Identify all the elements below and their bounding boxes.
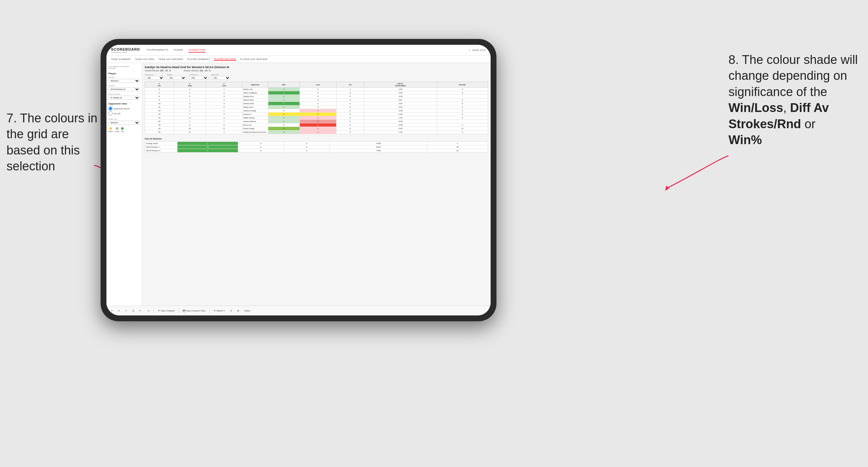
legend-dot-level: [116, 127, 118, 130]
legend-label-level: Level: [115, 130, 119, 132]
sidebar-opponent-view-title: Opponent view: [108, 102, 140, 105]
filter-opponents-label: Opponents:: [145, 74, 164, 75]
sidebar-division-field: Division NCAA Division III: [108, 85, 140, 91]
table-row: 1585 Stella Cheng 1 1 0 1.25 4: [145, 116, 488, 120]
toolbar-back[interactable]: ↩: [124, 309, 128, 313]
th-loss: Loss: [300, 82, 336, 88]
nav-tournaments[interactable]: TOURNAMENTS: [146, 48, 168, 53]
table-row: 1474 Eunice Yi 2 2 0 0.38 9: [145, 113, 488, 116]
sidebar-colour-label: Colour by: [108, 118, 140, 120]
toolbar-redo[interactable]: ↻: [117, 309, 121, 313]
sidebar-gender-select[interactable]: Women's: [108, 79, 140, 83]
toolbar-sep-2: [179, 309, 179, 313]
toolbar-undo[interactable]: ↩: [110, 309, 114, 313]
sidebar-timestamp: Last Updated: 27/03/2024 16:55:38: [108, 66, 140, 69]
sidebar-opponents-played-radio[interactable]: [108, 106, 113, 111]
table-row: 1822 Euna Lee 0 1 0 -5.00 2: [145, 123, 488, 127]
out-of-division-title: Out of division: [145, 137, 488, 140]
out-of-division-table: Foreign Team 1 0 0 4.500 2 NAIA Division…: [145, 142, 488, 153]
filter-conference-group: Conference (All): [189, 74, 208, 80]
toolbar-grid[interactable]: ⊞: [236, 309, 241, 313]
view-icon: 👁: [158, 310, 160, 312]
sub-nav-team-summary[interactable]: TEAM SUMMARY: [111, 58, 131, 60]
nav-links: TOURNAMENTS TEAMS COMMITTEE: [146, 48, 469, 53]
table-row: Foreign Team 1 0 0 4.500 2: [145, 142, 488, 145]
bottom-toolbar: ↩ ↻ ↩ ⧉ ↻ · ⊙ 👁 View: Original 💾 Save Cu…: [106, 306, 491, 315]
sidebar-division-select[interactable]: NCAA Division III: [108, 87, 140, 91]
table-area: Katelyn Vo Head-to-Head Grid for Women's…: [142, 63, 491, 306]
filter-row: Opponents: (All) Region (All) Conference: [145, 74, 488, 80]
main-data-table: #Div #Reg #Conf Opponent Win Loss Tie Di…: [145, 82, 488, 134]
table-row: 20117 Federica Domecq Lacroze 2 1 0 1.33…: [145, 130, 488, 134]
nav-committee[interactable]: COMMITTEE: [188, 48, 206, 53]
sub-nav-player-h2h-grid[interactable]: PLAYER H2H GRID: [214, 58, 236, 61]
nav-teams[interactable]: TEAMS: [174, 48, 183, 53]
th-win: Win: [268, 82, 300, 88]
toolbar-refresh[interactable]: ↻ ·: [138, 309, 144, 313]
toolbar-screen[interactable]: ⊡: [229, 309, 233, 313]
save-icon: 💾: [183, 310, 186, 312]
sidebar-division-label: Division: [108, 85, 140, 87]
table-row: 19106 Emily Chang 4 1 0 0.30 11: [145, 127, 488, 130]
th-conf: #Conf: [206, 82, 242, 88]
toolbar-save-custom[interactable]: 💾 Save Custom View: [181, 309, 207, 313]
svg-marker-0: [665, 186, 670, 191]
sidebar-player-title: Player: [108, 72, 140, 75]
table-row: 522 Alexis Sudjianto 1 0 0 4.00 3: [145, 91, 488, 95]
logo-area: SCOREBOARD Powered by clippd: [111, 48, 140, 53]
tablet-screen: SCOREBOARD Powered by clippd TOURNAMENTS…: [106, 45, 491, 315]
th-opponent: Opponent: [242, 82, 268, 88]
th-reg: #Reg: [174, 82, 206, 88]
logo-sub: Powered by clippd: [111, 51, 140, 53]
nav-right: | Sign out: [469, 48, 486, 52]
filter-region-group: Region (All): [167, 74, 186, 80]
watch-icon: 👁: [214, 310, 216, 312]
division-record: Division Record: 331 - 34 - 6: [184, 69, 210, 72]
toolbar-share[interactable]: Share: [243, 309, 252, 313]
table-row: NCAA Division 2 5 0 0 7.400 10: [145, 149, 488, 153]
nav-bar: SCOREBOARD Powered by clippd TOURNAMENTS…: [106, 45, 491, 56]
table-row: 311 Esther Lee 1 0 1 1.50 4: [145, 88, 488, 91]
sidebar-colour-select[interactable]: Win/loss: [108, 121, 140, 125]
sub-nav-player-h2h-heatmap[interactable]: PLAYER H2H HEATMAP: [240, 58, 268, 60]
main-content: Last Updated: 27/03/2024 16:55:38 Player…: [106, 63, 491, 306]
sidebar-player-rank-select[interactable]: 8. Katelyn Vo: [108, 96, 140, 100]
toolbar-clock[interactable]: ⊙: [146, 309, 151, 313]
tablet-shell: SCOREBOARD Powered by clippd TOURNAMENTS…: [101, 39, 496, 321]
table-row: 1311 Jessica Huang 0 1 0 -3.00 2: [145, 109, 488, 113]
sidebar-top100-radio[interactable]: [108, 111, 113, 116]
filter-opponents-select[interactable]: (All): [145, 76, 164, 80]
filter-opponent-select[interactable]: (All): [211, 76, 230, 80]
sidebar: Last Updated: 27/03/2024 16:55:38 Player…: [106, 63, 142, 306]
filter-opponent-group: Opponent (All): [211, 74, 230, 80]
th-rounds: Rounds: [437, 82, 488, 88]
legend-label-up: Up: [121, 130, 124, 132]
filter-conference-select[interactable]: (All): [189, 76, 208, 80]
annotation-left: 7. The colours in the grid are based on …: [6, 110, 104, 175]
sub-nav-player-summary[interactable]: PLAYER SUMMARY: [187, 58, 210, 60]
table-row: 1063 Andrea York 2 0 0 4.00 4: [145, 102, 488, 105]
nav-sign-out[interactable]: Sign out: [472, 48, 486, 52]
sub-nav-team-h2h-heatmap[interactable]: TEAM H2H HEATMAP: [158, 58, 183, 60]
toolbar-view-original[interactable]: 👁 View: Original: [156, 309, 176, 313]
logo-title: SCOREBOARD: [111, 48, 140, 51]
sidebar-top100-option[interactable]: Top 100: [108, 111, 140, 116]
toolbar-copy[interactable]: ⧉: [131, 309, 135, 313]
record-row: Overall Record: 353 - 34 - 6 Division Re…: [145, 69, 488, 72]
table-row: 613 Sydney Kuo 1 0 0 -1.00: [145, 95, 488, 98]
overall-record: Overall Record: 353 - 34 - 6: [145, 69, 171, 72]
filter-opponents-group: Opponents: (All): [145, 74, 164, 80]
table-row: 1611 Jessica Mason 1 2 0 -0.94: [145, 120, 488, 123]
toolbar-watch[interactable]: 👁 Watch ▾: [212, 309, 226, 313]
sidebar-opponents-played-option[interactable]: Opponents Played: [108, 106, 140, 111]
report-title: Katelyn Vo Head-to-Head Grid for Women's…: [145, 66, 488, 69]
legend-dot-up: [121, 127, 124, 130]
sub-nav-team-h2h-grid[interactable]: TEAM H2H GRID: [135, 58, 154, 60]
sub-nav: TEAM SUMMARY TEAM H2H GRID TEAM H2H HEAT…: [106, 56, 491, 63]
filter-region-select[interactable]: (All): [167, 76, 186, 80]
filter-opponent-label: Opponent: [211, 74, 230, 75]
sidebar-gender-field: Gender Women's: [108, 76, 140, 83]
table-row: 914 Sharon Mun 1 0 0 3.67 3: [145, 98, 488, 102]
toolbar-sep-3: [209, 309, 210, 313]
arrow-right-svg: [641, 149, 732, 195]
